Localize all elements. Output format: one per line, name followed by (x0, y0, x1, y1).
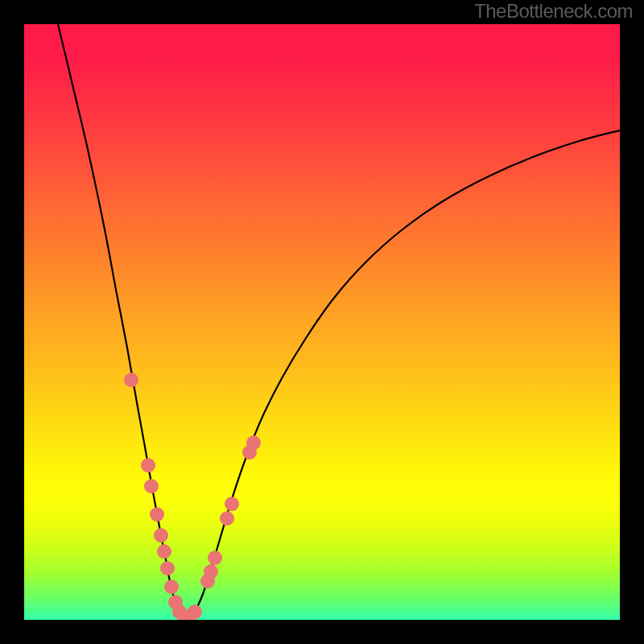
curve-right-branch (185, 130, 620, 617)
data-marker (144, 479, 159, 493)
data-marker (141, 458, 155, 473)
data-marker (188, 605, 202, 619)
data-marker (204, 564, 218, 579)
curve-left-branch (58, 24, 185, 617)
chart-svg (24, 24, 620, 620)
watermark-text: TheBottleneck.com (474, 0, 633, 23)
chart-frame (24, 24, 620, 620)
data-marker (208, 551, 222, 565)
data-marker (157, 544, 171, 559)
data-marker (150, 507, 164, 522)
data-marker (124, 373, 138, 387)
data-marker (160, 561, 175, 576)
curve-markers (124, 373, 261, 620)
data-marker (220, 511, 234, 526)
data-marker (164, 580, 179, 594)
data-marker (246, 436, 261, 450)
data-marker (154, 528, 168, 543)
data-marker (225, 497, 239, 511)
